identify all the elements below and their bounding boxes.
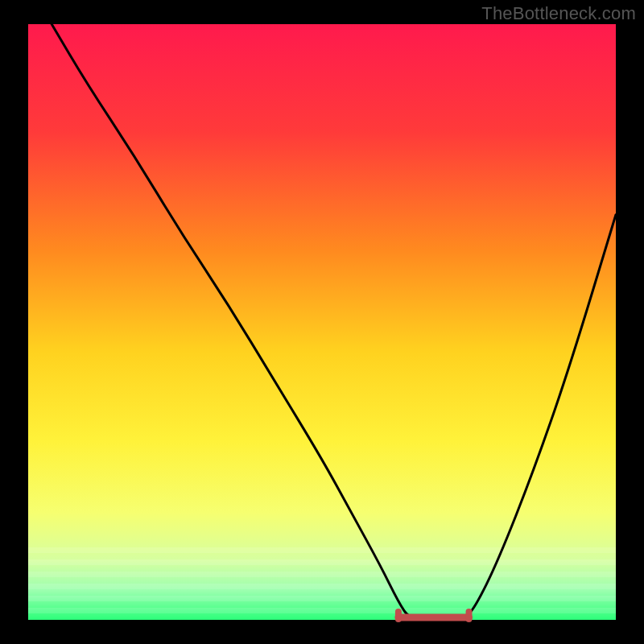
band-stripe xyxy=(28,596,616,601)
chart-svg xyxy=(0,0,644,644)
plot-gradient-bg xyxy=(28,24,616,620)
band-stripe xyxy=(28,572,616,577)
band-stripe xyxy=(28,547,616,553)
chart-frame: TheBottleneck.com xyxy=(0,0,644,644)
band-stripe xyxy=(28,559,616,565)
watermark-text: TheBottleneck.com xyxy=(481,3,636,24)
band-stripe xyxy=(28,608,616,613)
band-stripe xyxy=(28,584,616,589)
